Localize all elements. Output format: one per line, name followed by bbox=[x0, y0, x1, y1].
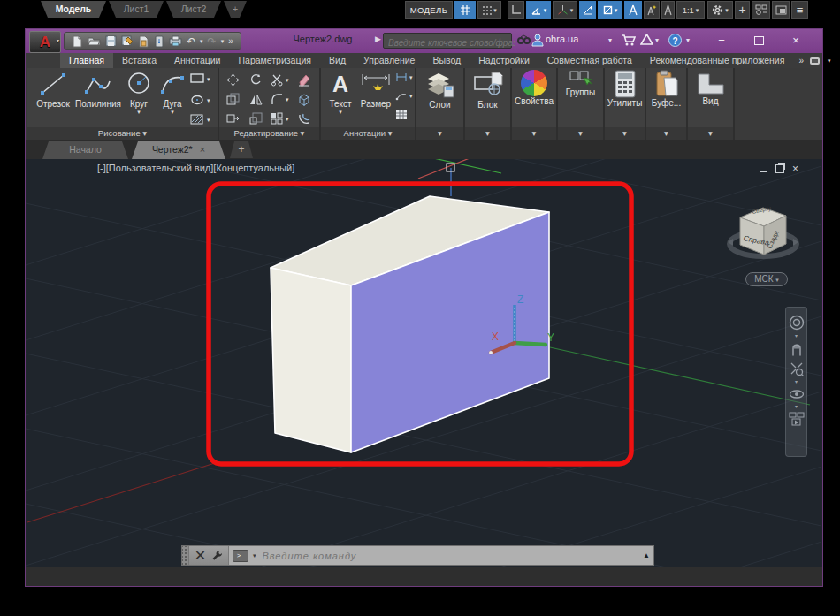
arc-button[interactable]: Дуга ▾ bbox=[157, 71, 188, 115]
scale-dropdown-icon[interactable]: ▾ bbox=[696, 7, 699, 13]
doc-close-icon[interactable]: × bbox=[792, 164, 798, 173]
box-3d-button[interactable] bbox=[297, 93, 311, 106]
scale-list-button[interactable]: 1:1 ▾ bbox=[676, 1, 705, 19]
a360-icon[interactable] bbox=[640, 34, 653, 46]
help-icon[interactable]: ? bbox=[668, 34, 682, 47]
panel-properties-expander[interactable]: ▾ bbox=[512, 127, 556, 140]
object-snap-button[interactable]: ▾ bbox=[598, 1, 622, 19]
hardware-acceleration-button[interactable] bbox=[772, 1, 790, 19]
panel-clipboard-expander[interactable]: ▾ bbox=[646, 127, 686, 140]
app-menu-button[interactable]: A ▾ bbox=[29, 31, 61, 53]
undo-dropdown-icon[interactable]: ▾ bbox=[200, 38, 203, 44]
close-button[interactable]: × bbox=[782, 32, 810, 49]
tab-vyvod[interactable]: Вывод bbox=[424, 53, 470, 68]
copy-button[interactable] bbox=[226, 93, 240, 106]
grid-toggle-button[interactable] bbox=[454, 1, 476, 19]
model-space-button[interactable]: МОДЕЛЬ bbox=[405, 1, 453, 19]
navigation-bar[interactable]: ▾ ▾ ▾ bbox=[785, 307, 807, 457]
pan-hand-icon[interactable] bbox=[789, 341, 805, 357]
tab-glavnaya[interactable]: Главная bbox=[60, 53, 113, 68]
isodraft-dropdown-icon[interactable]: ▾ bbox=[570, 7, 574, 13]
view-button[interactable]: Вид bbox=[688, 70, 733, 106]
undo-icon[interactable]: ↶ bbox=[187, 35, 195, 48]
osnap-dropdown-icon[interactable]: ▾ bbox=[615, 7, 618, 13]
drawing-viewport[interactable]: Z Y X bbox=[26, 159, 822, 567]
tab-nadstroyki[interactable]: Надстройки bbox=[470, 53, 538, 68]
panel-label-annotation[interactable]: Аннотации ▾ bbox=[321, 127, 415, 140]
navigation-wheel-icon[interactable] bbox=[789, 315, 805, 331]
dimension-button[interactable]: Размер bbox=[356, 71, 395, 109]
search-expand-icon[interactable]: ▶ bbox=[375, 34, 381, 43]
account-name[interactable]: ohra.ua bbox=[546, 34, 578, 44]
circle-button[interactable]: Круг ▾ bbox=[123, 71, 155, 115]
command-expand-icon[interactable]: ▲ bbox=[643, 551, 653, 559]
ortho-toggle-button[interactable] bbox=[508, 1, 524, 19]
layout2-tab[interactable]: Лист2 bbox=[166, 1, 221, 18]
search-icon[interactable] bbox=[517, 34, 531, 46]
properties-button[interactable]: Свойства bbox=[512, 70, 556, 106]
ribbon-collapse-dropdown-icon[interactable]: ▾ bbox=[828, 57, 831, 64]
offset-button[interactable] bbox=[297, 112, 311, 125]
block-button[interactable]: Блок bbox=[465, 70, 510, 110]
layers-button[interactable]: Слои bbox=[416, 70, 463, 110]
text-button[interactable]: A Текст ▾ bbox=[325, 71, 356, 115]
box-left-face[interactable] bbox=[271, 268, 351, 452]
tab-upravlenie[interactable]: Управление bbox=[355, 53, 424, 68]
panel-utilities-expander[interactable]: ▾ bbox=[605, 127, 645, 140]
redo-dropdown-icon[interactable]: ▾ bbox=[221, 38, 225, 44]
clipboard-button[interactable]: Буфе... bbox=[646, 70, 686, 108]
table-button[interactable] bbox=[395, 110, 408, 120]
ribbon-collapse-icon[interactable] bbox=[809, 57, 822, 65]
text-dropdown-icon[interactable]: ▾ bbox=[339, 109, 342, 115]
command-wrench-icon[interactable] bbox=[211, 550, 223, 561]
tab-rekomendovannye[interactable]: Рекомендованные приложения bbox=[641, 53, 794, 68]
command-close-icon[interactable]: ✕ bbox=[195, 547, 206, 564]
search-input[interactable] bbox=[384, 36, 520, 50]
save-web-mobile-icon[interactable] bbox=[154, 35, 164, 48]
zoom-extents-icon[interactable] bbox=[789, 361, 805, 376]
circle-dropdown-icon[interactable]: ▾ bbox=[137, 109, 141, 115]
polyline-button[interactable]: Полилиния bbox=[73, 71, 123, 109]
isodraft-button[interactable]: ▾ bbox=[553, 1, 577, 19]
command-history-dropdown-icon[interactable]: ▾ bbox=[253, 552, 256, 559]
new-tab-button[interactable]: + bbox=[230, 141, 253, 158]
qat-more-button[interactable]: » bbox=[228, 36, 233, 46]
utilities-button[interactable]: Утилиты bbox=[605, 70, 645, 108]
isolate-objects-button[interactable] bbox=[752, 1, 770, 19]
app-store-cart-icon[interactable] bbox=[621, 34, 636, 47]
move-button[interactable] bbox=[226, 73, 240, 87]
crosshair-button[interactable]: + bbox=[735, 1, 750, 19]
layout1-tab[interactable]: Лист1 bbox=[109, 1, 164, 18]
a360-dropdown-icon[interactable]: ▾ bbox=[655, 36, 659, 44]
zoom-dropdown-icon[interactable]: ▾ bbox=[795, 380, 798, 384]
ucs-selector-button[interactable]: МСК ▾ bbox=[745, 272, 788, 286]
line-button[interactable]: Отрезок bbox=[33, 71, 73, 109]
command-line-bar[interactable]: ✕ >_ ▾ ▲ bbox=[181, 545, 654, 566]
rotate-button[interactable] bbox=[249, 73, 263, 87]
box-solid[interactable] bbox=[271, 196, 549, 452]
help-search-box[interactable] bbox=[383, 33, 512, 49]
panel-label-modify[interactable]: Редактирование ▾ bbox=[219, 127, 319, 140]
redo-icon[interactable]: ↷ bbox=[208, 35, 217, 48]
command-input[interactable] bbox=[261, 550, 639, 562]
add-layout-tab[interactable]: + bbox=[224, 1, 247, 18]
file-tab-start[interactable]: Начало bbox=[42, 141, 128, 159]
command-input-area[interactable]: >_ ▾ ▲ bbox=[228, 546, 653, 565]
save-as-icon[interactable] bbox=[121, 35, 134, 47]
open-icon[interactable] bbox=[88, 35, 101, 47]
show-motion-icon[interactable] bbox=[789, 412, 805, 426]
tab-overflow-button[interactable]: » bbox=[798, 56, 804, 65]
file-tab-drawing2[interactable]: Чертеж2*× bbox=[132, 141, 225, 159]
annotation-scale-button[interactable] bbox=[661, 1, 675, 19]
tab-vid[interactable]: Вид bbox=[320, 53, 355, 68]
fillet-button[interactable]: ▾ bbox=[271, 93, 289, 106]
tab-vstavka[interactable]: Вставка bbox=[113, 53, 165, 68]
tab-close-icon[interactable]: × bbox=[200, 144, 205, 155]
command-prompt-icon[interactable]: >_ bbox=[233, 550, 248, 562]
navwheel-dropdown-icon[interactable]: ▾ bbox=[795, 334, 798, 338]
plot-icon[interactable] bbox=[169, 35, 182, 47]
dim-style-button[interactable]: ▾ bbox=[395, 72, 413, 82]
model-tab[interactable]: Модель bbox=[41, 1, 106, 18]
mirror-button[interactable] bbox=[249, 93, 263, 106]
annotation-visibility-button[interactable] bbox=[624, 1, 642, 19]
